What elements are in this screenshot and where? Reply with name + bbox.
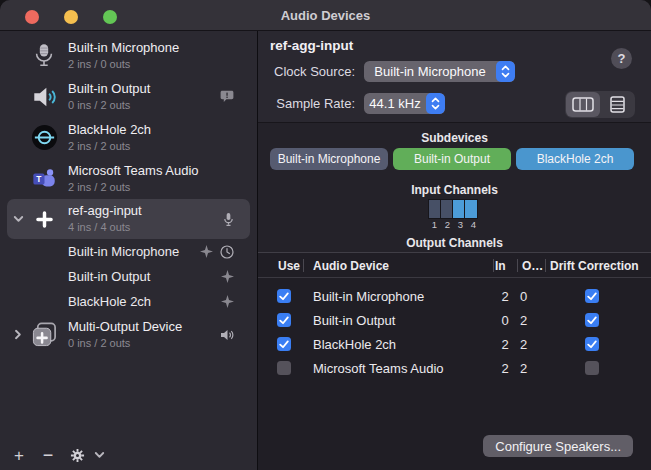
chevron-down-icon[interactable] (94, 451, 105, 459)
signal-spark-icon (221, 270, 234, 283)
subdevice-pill-blackhole-2ch[interactable]: BlackHole 2ch (516, 148, 634, 170)
clock-source-dropdown[interactable]: Built-in Microphone (364, 61, 515, 82)
sample-rate-value: 44.1 kHz (364, 93, 426, 114)
device-list: Built-in Microphone2 ins / 0 outsBuilt-i… (0, 31, 257, 355)
use-checked-checkbox[interactable] (277, 289, 291, 303)
check-icon (587, 340, 597, 349)
multi-output-icon (31, 321, 58, 348)
minimize-button[interactable] (64, 10, 78, 24)
device-name: Built-in Output (68, 82, 150, 97)
page-title: ref-agg-input (270, 38, 353, 53)
sidebar-item-multi-output-device[interactable]: Multi-Output Device0 ins / 2 outs (7, 314, 250, 355)
chevron-down-icon[interactable] (13, 215, 24, 223)
blackhole-icon (31, 124, 58, 151)
column-header-use[interactable]: Use (270, 253, 303, 278)
sidebar-item-built-in-microphone[interactable]: Built-in Microphone2 ins / 0 outs (7, 35, 250, 76)
subdevice-name: Built-in Output (68, 269, 150, 284)
sample-rate-dropdown[interactable]: 44.1 kHz (364, 93, 445, 114)
close-button[interactable] (25, 10, 39, 24)
table-row-microsoft-teams-audio[interactable]: Microsoft Teams Audio22 (258, 356, 651, 380)
remove-device-button[interactable]: − (39, 445, 57, 465)
subdevice-name: Built-in Microphone (68, 244, 179, 259)
drift-unchecked-checkbox[interactable] (585, 361, 599, 375)
rows-view-button[interactable] (600, 92, 634, 117)
add-device-button[interactable]: + (10, 445, 28, 465)
aggregate-icon (30, 205, 58, 233)
sidebar-subitem-built-in-microphone[interactable]: Built-in Microphone (7, 239, 250, 264)
input-channel-meter[interactable] (428, 199, 478, 219)
table-row-built-in-microphone[interactable]: Built-in Microphone20 (258, 284, 651, 308)
device-io-detail: 2 ins / 2 outs (68, 140, 151, 153)
sidebar-toolbar: + − (0, 440, 257, 470)
out-count-cell: 2 (517, 313, 545, 328)
help-button[interactable]: ? (611, 48, 632, 69)
column-header-in[interactable]: In (493, 253, 517, 278)
output-channels-heading: Output Channels (258, 236, 651, 250)
channel-cell-1[interactable] (429, 200, 441, 218)
sidebar-subitem-blackhole-2ch[interactable]: BlackHole 2ch (7, 289, 250, 314)
zoom-button[interactable] (103, 10, 117, 24)
sidebar-item-built-in-output[interactable]: Built-in Output0 ins / 2 outs (7, 76, 250, 117)
teams-icon: T (30, 165, 58, 193)
columns-view-icon (572, 97, 594, 112)
channel-cell-3[interactable] (453, 200, 465, 218)
subdevice-pill-built-in-microphone[interactable]: Built-in Microphone (270, 148, 388, 170)
disclosure-chevron-right-icon[interactable] (7, 329, 29, 340)
channel-cell-4[interactable] (465, 200, 477, 218)
sidebar-item-microsoft-teams-audio[interactable]: TMicrosoft Teams Audio2 ins / 2 outs (7, 158, 250, 199)
table-row-built-in-output[interactable]: Built-in Output02 (258, 308, 651, 332)
sidebar-item-blackhole-2ch[interactable]: BlackHole 2ch2 ins / 2 outs (7, 117, 250, 158)
in-count-cell: 2 (493, 337, 517, 352)
column-header-audio-device[interactable]: Audio Device (303, 253, 493, 278)
use-checked-checkbox[interactable] (277, 313, 291, 327)
subdevice-pill-built-in-output[interactable]: Built-in Output (393, 148, 511, 170)
clock-source-value: Built-in Microphone (364, 61, 496, 82)
view-toggle (565, 91, 635, 118)
subdevice-name: BlackHole 2ch (68, 294, 151, 309)
speaker-small-icon (220, 329, 234, 341)
channel-number: 2 (441, 219, 454, 230)
titlebar[interactable]: Audio Devices (0, 0, 651, 31)
device-io-detail: 0 ins / 2 outs (68, 337, 182, 350)
speaker-icon (30, 83, 58, 111)
gear-button[interactable] (68, 445, 86, 465)
out-count-cell: 2 (517, 361, 545, 376)
columns-view-button[interactable] (566, 92, 600, 117)
column-header-drift-correction[interactable]: Drift Correction (545, 253, 639, 278)
speaker-small-icon (220, 329, 234, 341)
sidebar-subitem-built-in-output[interactable]: Built-in Output (7, 264, 250, 289)
table-row-blackhole-2ch[interactable]: BlackHole 2ch22 (258, 332, 651, 356)
chevron-right-icon[interactable] (14, 329, 22, 340)
configure-speakers-button[interactable]: Configure Speakers... (483, 435, 633, 457)
gear-icon (70, 448, 85, 463)
drift-checked-checkbox[interactable] (585, 313, 599, 327)
sample-rate-stepper (426, 93, 445, 114)
multi-output-icon (30, 321, 58, 349)
use-checked-checkbox[interactable] (277, 337, 291, 351)
disclosure-chevron-down-icon[interactable] (7, 215, 29, 223)
audio-device-cell: Built-in Output (303, 313, 493, 328)
aggregate-icon (31, 206, 58, 233)
in-count-cell: 2 (493, 361, 517, 376)
use-unchecked-checkbox[interactable] (277, 361, 291, 375)
drift-checked-checkbox[interactable] (585, 289, 599, 303)
sidebar-item-ref-agg-input[interactable]: ref-agg-input4 ins / 4 outs (7, 199, 250, 239)
channel-number: 3 (454, 219, 467, 230)
channel-cell-2[interactable] (441, 200, 453, 218)
in-count-cell: 2 (493, 289, 517, 304)
out-count-cell: 0 (517, 289, 545, 304)
check-icon (279, 316, 289, 325)
check-icon (587, 316, 597, 325)
stepper-chevrons-icon (501, 65, 510, 78)
input-channel-numbers: 1234 (428, 219, 480, 230)
actions-chevron-down-icon[interactable] (90, 445, 108, 465)
subdevices-heading: Subdevices (258, 131, 651, 145)
teams-icon: T (31, 166, 58, 192)
in-count-cell: 0 (493, 313, 517, 328)
detail-header: ref-agg-input ? Clock Source: Built-in M… (258, 31, 651, 123)
drift-checked-checkbox[interactable] (585, 337, 599, 351)
device-name: ref-agg-input (68, 204, 142, 219)
column-header-out[interactable]: O… (517, 253, 545, 278)
audio-device-cell: Microsoft Teams Audio (303, 361, 493, 376)
detail-panel: ref-agg-input ? Clock Source: Built-in M… (258, 31, 651, 470)
